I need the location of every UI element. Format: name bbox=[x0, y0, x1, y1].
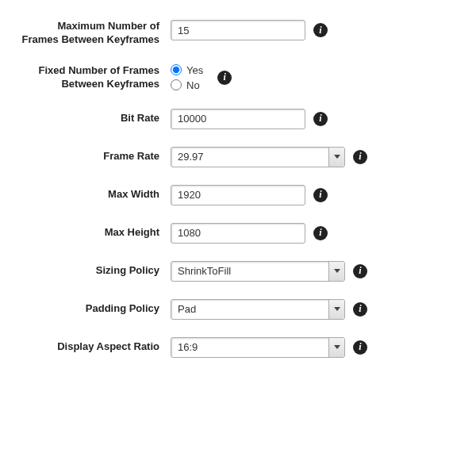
radio-yes[interactable] bbox=[171, 64, 182, 75]
row-fixed-frames-between-keyframes: Fixed Number of Frames Between Keyframes… bbox=[20, 64, 456, 91]
select-display-aspect-ratio-value[interactable] bbox=[171, 337, 345, 358]
select-display-aspect-ratio[interactable] bbox=[171, 337, 345, 358]
label-max-frames-between-keyframes: Maximum Number of Frames Between Keyfram… bbox=[20, 20, 171, 47]
info-icon[interactable]: i bbox=[217, 71, 232, 85]
info-icon[interactable]: i bbox=[313, 226, 328, 240]
select-sizing-policy-value[interactable] bbox=[171, 261, 345, 282]
radio-group-fixed-frames: Yes No bbox=[171, 64, 203, 91]
label-sizing-policy: Sizing Policy bbox=[20, 264, 171, 278]
label-bit-rate: Bit Rate bbox=[20, 112, 171, 125]
row-frame-rate: Frame Rate i bbox=[20, 147, 456, 167]
info-icon[interactable]: i bbox=[353, 264, 367, 278]
radio-option-no[interactable]: No bbox=[171, 79, 203, 91]
row-max-width: Max Width i bbox=[20, 185, 456, 205]
select-sizing-policy[interactable] bbox=[171, 261, 345, 282]
radio-no[interactable] bbox=[171, 79, 182, 90]
settings-form: Maximum Number of Frames Between Keyfram… bbox=[0, 0, 476, 453]
select-frame-rate-value[interactable] bbox=[171, 147, 345, 167]
row-display-aspect-ratio: Display Aspect Ratio i bbox=[20, 337, 456, 358]
row-max-height: Max Height i bbox=[20, 223, 456, 244]
input-max-width[interactable] bbox=[171, 185, 305, 205]
info-icon[interactable]: i bbox=[313, 112, 328, 126]
label-padding-policy: Padding Policy bbox=[20, 302, 171, 316]
select-padding-policy-value[interactable] bbox=[171, 299, 345, 320]
row-padding-policy: Padding Policy i bbox=[20, 299, 456, 320]
row-max-frames-between-keyframes: Maximum Number of Frames Between Keyfram… bbox=[20, 20, 456, 47]
label-max-width: Max Width bbox=[20, 188, 171, 202]
row-bit-rate: Bit Rate i bbox=[20, 109, 456, 129]
radio-option-yes[interactable]: Yes bbox=[171, 64, 203, 76]
select-frame-rate[interactable] bbox=[171, 147, 345, 167]
input-max-height[interactable] bbox=[171, 223, 305, 244]
row-sizing-policy: Sizing Policy i bbox=[20, 261, 456, 282]
label-display-aspect-ratio: Display Aspect Ratio bbox=[20, 340, 171, 354]
radio-yes-label: Yes bbox=[186, 64, 203, 76]
label-max-height: Max Height bbox=[20, 226, 171, 240]
info-icon[interactable]: i bbox=[313, 188, 328, 202]
info-icon[interactable]: i bbox=[353, 302, 367, 317]
label-fixed-frames-between-keyframes: Fixed Number of Frames Between Keyframes bbox=[20, 64, 171, 91]
radio-no-label: No bbox=[186, 79, 200, 91]
label-frame-rate: Frame Rate bbox=[20, 150, 171, 163]
input-max-frames-between-keyframes[interactable] bbox=[171, 20, 305, 40]
info-icon[interactable]: i bbox=[353, 340, 367, 355]
info-icon[interactable]: i bbox=[353, 150, 367, 164]
select-padding-policy[interactable] bbox=[171, 299, 345, 320]
info-icon[interactable]: i bbox=[313, 23, 328, 37]
input-bit-rate[interactable] bbox=[171, 109, 305, 129]
